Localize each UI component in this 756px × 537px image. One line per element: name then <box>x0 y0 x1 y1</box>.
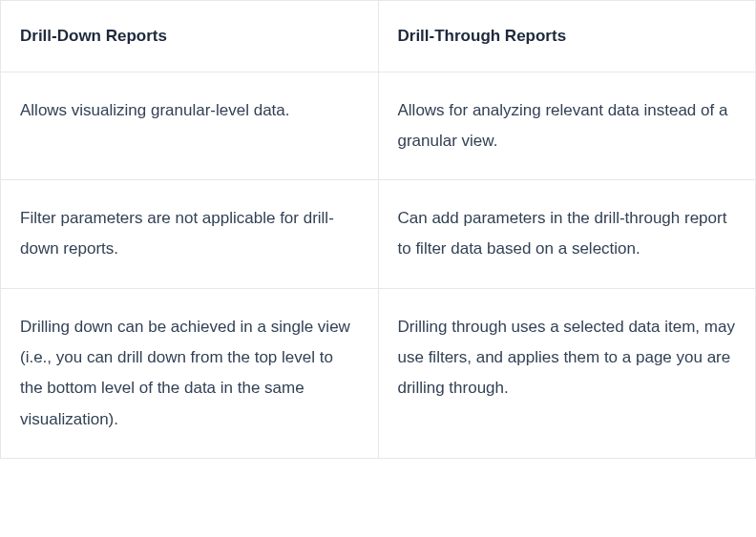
header-drill-down: Drill-Down Reports <box>1 1 379 72</box>
table-header-row: Drill-Down Reports Drill-Through Reports <box>1 1 756 72</box>
cell-drill-through: Allows for analyzing relevant data inste… <box>378 72 756 180</box>
cell-drill-down: Filter parameters are not applicable for… <box>1 180 379 289</box>
cell-drill-through: Can add parameters in the drill-through … <box>378 180 756 289</box>
comparison-table-container: Drill-Down Reports Drill-Through Reports… <box>0 0 756 459</box>
header-drill-through: Drill-Through Reports <box>378 1 756 72</box>
comparison-table: Drill-Down Reports Drill-Through Reports… <box>0 0 756 459</box>
cell-drill-down: Drilling down can be achieved in a singl… <box>1 288 379 458</box>
table-row: Allows visualizing granular-level data. … <box>1 72 756 180</box>
cell-drill-down: Allows visualizing granular-level data. <box>1 72 379 180</box>
cell-drill-through: Drilling through uses a selected data it… <box>378 288 756 458</box>
table-row: Filter parameters are not applicable for… <box>1 180 756 289</box>
table-row: Drilling down can be achieved in a singl… <box>1 288 756 458</box>
